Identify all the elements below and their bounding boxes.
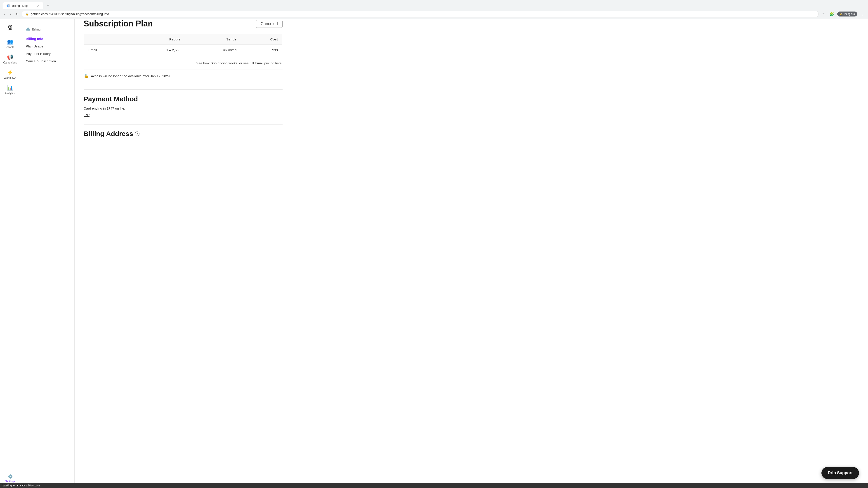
app-logo[interactable]	[4, 23, 16, 34]
subscription-plan-header: Subscription Plan Canceled	[84, 19, 283, 29]
nav-bar: ‹ › ↻ 🔒 getdrip.com/7641396/settings/bil…	[0, 9, 868, 19]
table-row: Email 1 – 2,500 unlimited $39	[84, 44, 283, 56]
nav-billing-info[interactable]: Billing Info	[26, 35, 69, 42]
sidebar-item-analytics[interactable]: 📊 Analytics	[1, 83, 19, 97]
svg-point-1	[9, 26, 11, 28]
sidebar-item-campaigns[interactable]: 📢 Campaigns	[1, 52, 19, 66]
edit-payment-link[interactable]: Edit	[84, 113, 90, 117]
sidebar-item-analytics-label: Analytics	[4, 92, 16, 95]
back-button[interactable]: ‹	[3, 11, 6, 17]
section-divider-2	[84, 124, 283, 125]
nav-cancel-subscription[interactable]: Cancel Subscription	[26, 57, 69, 65]
incognito-label: Incognito	[844, 12, 855, 15]
sidebar-item-settings-label: Settings	[5, 480, 15, 483]
browser-chrome: 🌀 Billing · Drip ✕ + ‹ › ↻ 🔒 getdrip.com…	[0, 0, 868, 19]
address-bar[interactable]: 🔒 getdrip.com/7641396/settings/billing?s…	[22, 11, 819, 18]
status-bar-text: Waiting for analytics.tiktok.com...	[3, 484, 42, 487]
sidebar: 👥 People 📢 Campaigns ⚡ Workflows 📊 Analy…	[0, 19, 20, 488]
lock-icon: 🔒	[26, 12, 29, 15]
pricing-end-text: pricing tiers.	[264, 61, 283, 65]
browser-tab[interactable]: 🌀 Billing · Drip ✕	[3, 2, 43, 9]
nav-plan-usage[interactable]: Plan Usage	[26, 42, 69, 50]
tab-title: Billing · Drip	[12, 4, 28, 7]
app-layout: 👥 People 📢 Campaigns ⚡ Workflows 📊 Analy…	[0, 19, 868, 488]
forward-button[interactable]: ›	[8, 11, 12, 17]
plan-name: Email	[84, 44, 127, 56]
pricing-note-text: See how	[196, 61, 209, 65]
payment-method-title: Payment Method	[84, 95, 283, 103]
email-pricing-link[interactable]: Email	[255, 61, 264, 65]
subscription-plan-title: Subscription Plan	[84, 19, 153, 29]
table-header-plan	[84, 34, 127, 44]
warning-lock-icon: 🔒	[84, 73, 89, 78]
payment-method-section: Payment Method Card ending in 1747 on fi…	[84, 95, 283, 117]
settings-breadcrumb-icon: ⚙️	[26, 27, 30, 31]
sidebar-item-people-label: People	[6, 46, 14, 49]
nav-payment-history[interactable]: Payment History	[26, 50, 69, 57]
sidebar-item-workflows[interactable]: ⚡ Workflows	[1, 67, 19, 82]
status-bar: Waiting for analytics.tiktok.com...	[0, 483, 868, 488]
sidebar-item-people[interactable]: 👥 People	[1, 37, 19, 51]
extension-button[interactable]: 🧩	[828, 11, 835, 17]
refresh-button[interactable]: ↻	[14, 11, 20, 17]
page-content: Subscription Plan Canceled People Sends …	[74, 19, 291, 488]
incognito-badge: 🕵️ Incognito	[837, 11, 857, 17]
access-warning-text: Access will no longer be available after…	[91, 74, 171, 78]
new-tab-button[interactable]: +	[45, 2, 51, 9]
pricing-info: See how Drip pricing works, or see full …	[84, 61, 283, 65]
analytics-icon: 📊	[7, 85, 13, 91]
main-content: ⚙️ Billing Billing Info Plan Usage Payme…	[20, 19, 868, 488]
settings-icon: ⚙️	[8, 474, 13, 479]
breadcrumb-text: Billing	[32, 28, 40, 31]
drip-support-button[interactable]: Drip Support	[822, 467, 859, 479]
canceled-badge: Canceled	[256, 20, 283, 28]
billing-address-section: Billing Address ?	[84, 130, 283, 138]
table-header-sends: Sends	[185, 34, 241, 44]
plan-cost: $39	[241, 44, 282, 56]
table-header-cost: Cost	[241, 34, 282, 44]
tab-close-button[interactable]: ✕	[37, 4, 39, 7]
sidebar-item-campaigns-label: Campaigns	[3, 61, 17, 64]
title-bar: 🌀 Billing · Drip ✕ +	[0, 0, 868, 9]
tab-favicon: 🌀	[6, 4, 10, 7]
billing-address-title-text: Billing Address	[84, 130, 133, 138]
incognito-icon: 🕵️	[839, 12, 843, 15]
bookmark-button[interactable]: ☆	[820, 11, 827, 17]
plan-people: 1 – 2,500	[127, 44, 185, 56]
menu-button[interactable]: ⋮	[859, 11, 865, 17]
help-icon[interactable]: ?	[135, 131, 140, 136]
workflows-icon: ⚡	[7, 70, 13, 75]
breadcrumb: ⚙️ Billing	[26, 24, 69, 35]
people-icon: 👥	[7, 39, 13, 45]
plan-table: People Sends Cost Email 1 – 2,500 unlimi…	[84, 34, 283, 56]
access-warning: 🔒 Access will no longer be available aft…	[84, 70, 283, 82]
nav-actions: ☆ 🧩 🕵️ Incognito ⋮	[820, 11, 865, 17]
billing-address-title: Billing Address ?	[84, 130, 283, 138]
url-text: getdrip.com/7641396/settings/billing?sec…	[31, 12, 815, 16]
sidebar-item-workflows-label: Workflows	[4, 76, 16, 79]
plan-sends: unlimited	[185, 44, 241, 56]
card-info: Card ending in 1747 on file.	[84, 106, 283, 110]
campaigns-icon: 📢	[7, 54, 13, 60]
table-header-people: People	[127, 34, 185, 44]
drip-pricing-link[interactable]: Drip pricing	[211, 61, 228, 65]
pricing-middle-text: works, or see full	[228, 61, 255, 65]
settings-sidebar: ⚙️ Billing Billing Info Plan Usage Payme…	[20, 19, 74, 488]
